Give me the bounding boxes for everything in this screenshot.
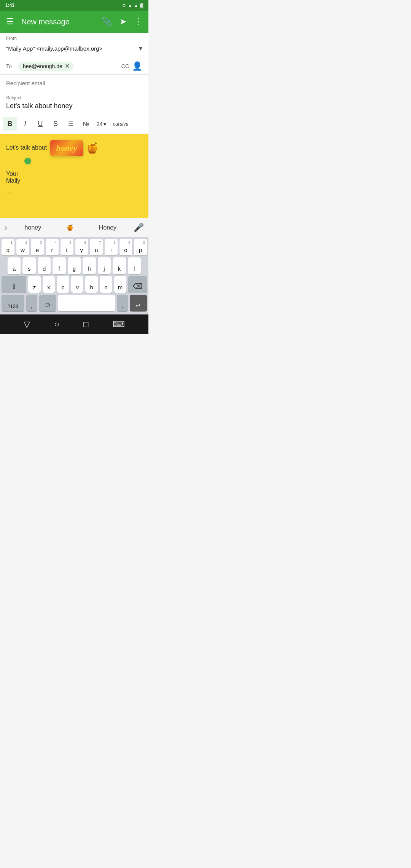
to-actions: CC 👤 <box>121 61 142 71</box>
menu-icon: ☰ <box>6 17 14 27</box>
battery-icon: ▓ <box>140 3 143 8</box>
key-f[interactable]: f <box>53 257 65 274</box>
mic-button[interactable]: 🎤 <box>129 218 148 237</box>
signature-name: Maily <box>6 177 142 184</box>
key-c[interactable]: c <box>57 276 69 293</box>
strikethrough-icon: S <box>53 120 58 128</box>
key-b[interactable]: b <box>85 276 98 293</box>
wifi-icon: ▲ <box>128 3 132 8</box>
font-size-button[interactable]: 24 ▾ <box>94 120 108 129</box>
status-bar: 1:43 ⚙ ▲ ▲ ▓ <box>0 0 148 11</box>
recipient-input-row <box>0 75 148 92</box>
strikethrough-button[interactable]: S <box>49 117 62 131</box>
subject-row: Subject <box>0 92 148 114</box>
key-p[interactable]: 0p <box>134 239 147 255</box>
more-icon: ⋮ <box>134 17 142 27</box>
period-key[interactable]: . <box>117 295 128 311</box>
key-n[interactable]: n <box>100 276 112 293</box>
cc-button[interactable]: CC <box>121 63 129 69</box>
nav-keyboard-button[interactable]: ⌨ <box>105 316 132 332</box>
from-label: From <box>6 36 142 41</box>
more-options-button[interactable]: ⋮ <box>131 14 145 30</box>
underline-icon: U <box>38 120 43 128</box>
shift-key[interactable]: ⇧ <box>2 276 26 293</box>
format-toolbar: B I U S ☰ № 24 ▾ cursive <box>0 114 148 134</box>
honey-emoji: 🍯 <box>86 142 99 155</box>
key-z[interactable]: z <box>28 276 41 293</box>
key-u[interactable]: 7u <box>90 239 103 255</box>
key-h[interactable]: h <box>83 257 96 274</box>
key-t[interactable]: 5t <box>61 239 73 255</box>
nav-recent-button[interactable]: □ <box>76 316 96 332</box>
toolbar: ☰ New message 📎 ➤ ⋮ <box>0 11 148 33</box>
suggestions-bar: › honey 🍯 Honey 🎤 <box>0 218 148 237</box>
to-row: To bee@enough.de ✕ CC 👤 <box>0 58 148 75</box>
font-size-chevron-icon: ▾ <box>104 121 106 127</box>
add-contact-icon[interactable]: 👤 <box>132 61 142 71</box>
keyboard-row-3: ⇧ z x c v b n m ⌫ <box>0 274 148 293</box>
nav-back-button[interactable]: ▽ <box>16 316 38 332</box>
key-r[interactable]: 4r <box>46 239 59 255</box>
remove-recipient-button[interactable]: ✕ <box>65 63 70 69</box>
subject-label: Subject <box>6 95 142 101</box>
bold-icon: B <box>8 120 13 128</box>
space-key[interactable] <box>58 295 115 311</box>
email-body[interactable]: Let's talk about honey 🍯 Your Maily --- <box>0 134 148 218</box>
key-j[interactable]: j <box>98 257 111 274</box>
nav-home-button[interactable]: ○ <box>46 316 67 332</box>
key-v[interactable]: v <box>71 276 84 293</box>
nav-bar: ▽ ○ □ ⌨ <box>0 314 148 334</box>
key-e[interactable]: 3e <box>31 239 44 255</box>
from-address: "Maily App" <maily.app@mailbox.org> <box>6 45 102 52</box>
key-l[interactable]: l <box>128 257 141 274</box>
key-s[interactable]: s <box>22 257 35 274</box>
suggestion-item-0[interactable]: honey <box>20 221 46 234</box>
body-text-start: Let's talk about <box>6 144 47 151</box>
bold-button[interactable]: B <box>3 117 17 131</box>
from-field: From "Maily App" <maily.app@mailbox.org>… <box>0 33 148 58</box>
key-d[interactable]: d <box>38 257 51 274</box>
recipient-input[interactable] <box>6 75 142 92</box>
numbered-list-button[interactable]: № <box>79 118 93 131</box>
numbered-list-icon: № <box>83 121 89 128</box>
backspace-key[interactable]: ⌫ <box>128 276 147 293</box>
menu-button[interactable]: ☰ <box>3 14 17 30</box>
key-q[interactable]: 1q <box>2 239 14 255</box>
key-i[interactable]: 8i <box>105 239 118 255</box>
key-g[interactable]: g <box>68 257 81 274</box>
bullet-list-button[interactable]: ☰ <box>64 117 78 131</box>
suggestion-item-1[interactable]: 🍯 <box>62 221 78 234</box>
key-k[interactable]: k <box>113 257 126 274</box>
italic-button[interactable]: I <box>18 117 32 131</box>
recipient-email: bee@enough.de <box>23 63 62 69</box>
font-family-button[interactable]: cursive <box>110 120 132 128</box>
key-y[interactable]: 6y <box>75 239 88 255</box>
key-m[interactable]: m <box>114 276 127 293</box>
page-title: New message <box>18 18 97 26</box>
keyboard: 1q 2w 3e 4r 5t 6y 7u 8i 9o 0p a s <box>0 237 148 314</box>
settings-icon: ⚙ <box>122 3 126 8</box>
key-o[interactable]: 9o <box>119 239 132 255</box>
keyboard-row-2: a s d f g h j k l <box>0 255 148 274</box>
key-a[interactable]: a <box>8 257 21 274</box>
num-switch-key[interactable]: ?123 <box>2 295 24 311</box>
emoji-key[interactable]: ☺ <box>39 295 56 311</box>
suggestion-item-2[interactable]: Honey <box>94 221 121 234</box>
status-icons: ⚙ ▲ ▲ ▓ <box>122 3 143 8</box>
key-w[interactable]: 2w <box>16 239 29 255</box>
add-attachment-button[interactable]: 📎 <box>99 14 115 30</box>
recipient-chip[interactable]: bee@enough.de ✕ <box>18 62 73 71</box>
underline-button[interactable]: U <box>33 117 47 131</box>
return-key[interactable]: ↵ <box>130 295 147 311</box>
signature-greeting: Your <box>6 171 142 177</box>
body-line1: Let's talk about honey 🍯 <box>6 140 142 156</box>
comma-key[interactable]: , <box>26 295 38 311</box>
suggestion-list: honey 🍯 Honey <box>12 221 129 234</box>
add-icon: 📎 <box>102 17 112 27</box>
key-x[interactable]: x <box>43 276 55 293</box>
from-selector[interactable]: "Maily App" <maily.app@mailbox.org> ▾ <box>6 42 142 55</box>
to-label: To <box>6 63 15 69</box>
suggestions-expand-button[interactable]: › <box>0 218 12 237</box>
send-button[interactable]: ➤ <box>116 14 129 30</box>
subject-input[interactable] <box>6 101 142 114</box>
